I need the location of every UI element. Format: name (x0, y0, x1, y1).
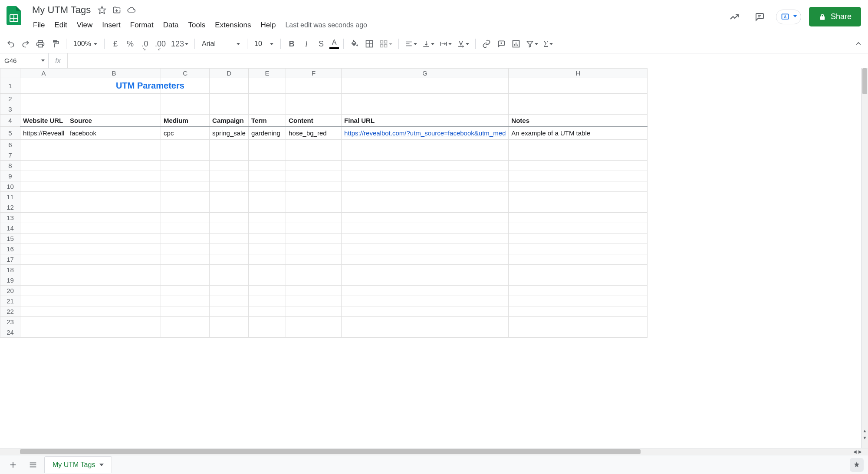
cell-H13[interactable] (509, 213, 648, 223)
insert-comment-button[interactable] (495, 36, 508, 51)
cell-B14[interactable] (67, 223, 161, 234)
cell-H17[interactable] (509, 254, 648, 265)
cell-A18[interactable] (20, 265, 67, 275)
column-header-B[interactable]: B (67, 69, 161, 78)
cell-G22[interactable] (342, 306, 509, 317)
cell-E20[interactable] (249, 286, 286, 296)
cell-A20[interactable] (20, 286, 67, 296)
cell-B17[interactable] (67, 254, 161, 265)
row-header-20[interactable]: 20 (0, 286, 20, 296)
cell-E3[interactable] (249, 104, 286, 115)
cell-H22[interactable] (509, 306, 648, 317)
cell-B20[interactable] (67, 286, 161, 296)
undo-button[interactable] (4, 36, 17, 51)
scroll-up-button[interactable]: ▲ (861, 427, 868, 434)
menu-format[interactable]: Format (126, 18, 158, 32)
cloud-status-icon[interactable] (127, 6, 136, 14)
cell-link[interactable]: https://revealbot.com/?utm_source=facebo… (344, 129, 506, 137)
cell-B10[interactable] (67, 181, 161, 192)
cell-F23[interactable] (286, 317, 342, 327)
cell-G14[interactable] (342, 223, 509, 234)
cell-H24[interactable] (509, 327, 648, 338)
cell-E18[interactable] (249, 265, 286, 275)
cell-B23[interactable] (67, 317, 161, 327)
cell-H2[interactable] (509, 94, 648, 104)
text-wrap-dropdown[interactable] (438, 36, 454, 51)
cell-F19[interactable] (286, 275, 342, 286)
cell-C17[interactable] (161, 254, 210, 265)
cell-D2[interactable] (210, 94, 249, 104)
cell-E10[interactable] (249, 181, 286, 192)
cell-B3[interactable] (67, 104, 161, 115)
cell-C3[interactable] (161, 104, 210, 115)
row-header-9[interactable]: 9 (0, 171, 20, 181)
present-button[interactable] (776, 10, 801, 24)
cell-A2[interactable] (20, 94, 67, 104)
cell-B13[interactable] (67, 213, 161, 223)
cell-E24[interactable] (249, 327, 286, 338)
cell-E5[interactable]: gardening (249, 127, 286, 140)
cell-C8[interactable] (161, 161, 210, 171)
cell-F17[interactable] (286, 254, 342, 265)
cell-A8[interactable] (20, 161, 67, 171)
row-header-21[interactable]: 21 (0, 296, 20, 306)
cell-E22[interactable] (249, 306, 286, 317)
cell-E4[interactable]: Term (249, 115, 286, 127)
row-header-24[interactable]: 24 (0, 327, 20, 338)
cell-H5[interactable]: An example of a UTM table (509, 127, 648, 140)
cell-E17[interactable] (249, 254, 286, 265)
cell-G6[interactable] (342, 140, 509, 150)
cell-D7[interactable] (210, 150, 249, 161)
cell-C2[interactable] (161, 94, 210, 104)
redo-button[interactable] (19, 36, 32, 51)
italic-button[interactable]: I (300, 36, 313, 51)
merge-cells-dropdown[interactable] (378, 36, 394, 51)
cell-H12[interactable] (509, 202, 648, 213)
cell-F10[interactable] (286, 181, 342, 192)
cell-A3[interactable] (20, 104, 67, 115)
cell-B16[interactable] (67, 244, 161, 254)
cell-H16[interactable] (509, 244, 648, 254)
menu-view[interactable]: View (72, 18, 97, 32)
cell-A23[interactable] (20, 317, 67, 327)
cell-G15[interactable] (342, 234, 509, 244)
cell-C22[interactable] (161, 306, 210, 317)
cell-A13[interactable] (20, 213, 67, 223)
cell-A11[interactable] (20, 192, 67, 202)
cell-C24[interactable] (161, 327, 210, 338)
cell-A17[interactable] (20, 254, 67, 265)
cell-B18[interactable] (67, 265, 161, 275)
cell-D10[interactable] (210, 181, 249, 192)
cell-E21[interactable] (249, 296, 286, 306)
cell-F1[interactable] (286, 78, 342, 94)
cell-A19[interactable] (20, 275, 67, 286)
cell-D8[interactable] (210, 161, 249, 171)
cell-C23[interactable] (161, 317, 210, 327)
row-header-8[interactable]: 8 (0, 161, 20, 171)
row-header-16[interactable]: 16 (0, 244, 20, 254)
cell-A1[interactable]: UTM Parameters (20, 78, 67, 94)
cell-D5[interactable]: spring_sale (210, 127, 249, 140)
star-icon[interactable] (98, 6, 106, 14)
menu-file[interactable]: File (29, 18, 49, 32)
cell-D9[interactable] (210, 171, 249, 181)
cell-A10[interactable] (20, 181, 67, 192)
cell-H1[interactable] (509, 78, 648, 94)
cell-C18[interactable] (161, 265, 210, 275)
cell-H23[interactable] (509, 317, 648, 327)
cell-H20[interactable] (509, 286, 648, 296)
font-family-dropdown[interactable]: Arial (199, 40, 243, 48)
row-header-22[interactable]: 22 (0, 306, 20, 317)
scroll-thumb[interactable] (20, 449, 641, 454)
activity-icon[interactable] (726, 8, 743, 26)
horizontal-align-dropdown[interactable] (403, 36, 419, 51)
cell-E13[interactable] (249, 213, 286, 223)
cell-F21[interactable] (286, 296, 342, 306)
cell-C21[interactable] (161, 296, 210, 306)
cell-E6[interactable] (249, 140, 286, 150)
cell-D19[interactable] (210, 275, 249, 286)
insert-chart-button[interactable] (510, 36, 523, 51)
more-formats-dropdown[interactable]: 123 (169, 36, 190, 51)
cell-E23[interactable] (249, 317, 286, 327)
cell-B9[interactable] (67, 171, 161, 181)
